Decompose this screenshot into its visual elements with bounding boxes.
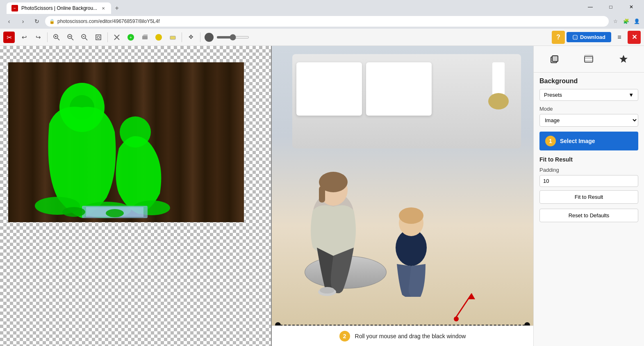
cancel-selection-button[interactable] (111, 31, 123, 43)
sidebar-copy-icon-button[interactable] (546, 51, 562, 67)
left-canvas (0, 46, 271, 346)
padding-input[interactable] (539, 175, 638, 187)
presets-chevron-icon: ▼ (628, 92, 634, 98)
instruction-text: Roll your mouse and drag the black windo… (355, 333, 466, 339)
svg-line-5 (57, 38, 59, 40)
green-figure-svg (25, 66, 180, 222)
forward-button[interactable]: › (17, 16, 29, 27)
edited-image (8, 62, 244, 222)
svg-rect-51 (585, 57, 593, 62)
fit-result-btn-label: Fit to Result (575, 194, 603, 200)
bookmark-button[interactable]: ☆ (611, 17, 619, 25)
app-logo: ✂ (3, 32, 15, 43)
svg-text:✥: ✥ (189, 34, 193, 40)
mode-label: Mode (539, 106, 638, 112)
svg-point-48 (454, 316, 459, 321)
svg-line-12 (85, 38, 87, 40)
mark-foreground-button[interactable]: + (125, 31, 137, 43)
instruction-bar: 2 Roll your mouse and drag the black win… (272, 326, 533, 346)
undo-button[interactable]: ↩ (18, 31, 30, 43)
svg-text:✂: ✂ (7, 34, 12, 41)
svg-rect-23 (170, 36, 175, 39)
zoom-fit-button[interactable] (92, 31, 105, 43)
close-button[interactable]: ✕ (622, 1, 641, 13)
select-image-label: Select Image (560, 138, 595, 144)
tab-close-button[interactable]: ✕ (100, 5, 106, 11)
browser-tab[interactable]: ✂ PhotoScissors | Online Backgrou... ✕ (7, 2, 111, 14)
extensions-button[interactable]: 🧩 (622, 17, 630, 25)
fit-result-button[interactable]: Fit to Result (539, 190, 638, 204)
mode-select[interactable]: None Color Image Blur (539, 114, 638, 127)
svg-line-46 (455, 294, 472, 318)
toolbar-separator-2 (107, 32, 108, 42)
fit-section: Fit to Result Padding Fit to Result (534, 156, 644, 209)
sidebar-layers-icon-button[interactable] (580, 51, 597, 67)
download-label: Download (580, 34, 605, 40)
svg-text:+: + (130, 35, 132, 40)
svg-marker-21 (142, 34, 148, 36)
svg-point-42 (320, 287, 335, 294)
refresh-button[interactable]: ↻ (31, 16, 43, 27)
menu-button[interactable]: ≡ (613, 31, 626, 44)
svg-text:✂: ✂ (14, 7, 16, 10)
erase-button[interactable] (139, 31, 151, 43)
profile-button[interactable]: 👤 (633, 17, 641, 25)
svg-line-9 (71, 38, 73, 40)
svg-rect-20 (142, 36, 148, 39)
padding-label: Padding (539, 167, 638, 173)
presets-label: Presets (544, 92, 562, 98)
maximize-button[interactable]: □ (601, 1, 620, 13)
erase2-button[interactable] (166, 31, 179, 43)
step-2-circle: 2 (339, 331, 350, 341)
url-text: photoscissors.com/editor/496768597/8iloY… (57, 18, 605, 24)
address-bar[interactable]: 🔒 photoscissors.com/editor/496768597/8il… (45, 16, 609, 27)
select-image-button[interactable]: 1 Select Image (539, 132, 638, 150)
toolbar-separator-4 (200, 32, 200, 42)
step-1-circle: 1 (545, 136, 556, 146)
brush-size-indicator (203, 32, 215, 43)
download-button[interactable]: ↓ Download (567, 32, 611, 42)
security-lock-icon: 🔒 (49, 19, 55, 24)
back-button[interactable]: ‹ (3, 16, 15, 27)
svg-point-45 (399, 207, 423, 224)
svg-point-22 (155, 34, 162, 41)
move-button[interactable]: ✥ (185, 31, 197, 43)
minimize-button[interactable]: — (581, 1, 600, 13)
svg-point-15 (97, 36, 100, 39)
svg-rect-50 (552, 56, 558, 61)
sidebar: Background Presets ▼ Mode None Color Ima… (533, 46, 644, 346)
opacity-slider[interactable] (216, 36, 249, 39)
svg-marker-54 (619, 55, 628, 63)
background-title: Background (539, 77, 638, 85)
svg-rect-40 (319, 186, 325, 203)
svg-rect-14 (96, 35, 101, 40)
svg-text:↓: ↓ (574, 35, 576, 39)
zoom-reset-button[interactable] (78, 31, 91, 43)
tab-title: PhotoScissors | Online Backgrou... (21, 5, 97, 11)
close-app-button[interactable]: ✕ (628, 31, 641, 44)
zoom-out-button[interactable] (64, 31, 77, 43)
fit-section-title: Fit to Result (539, 156, 638, 163)
toolbar-separator-1 (47, 32, 48, 42)
mark-foreground2-button[interactable] (152, 31, 165, 43)
presets-button[interactable]: Presets ▼ (539, 89, 638, 101)
zoom-in-button[interactable] (50, 31, 63, 43)
sidebar-icon-row (534, 46, 644, 73)
svg-point-35 (62, 207, 85, 217)
reset-defaults-button[interactable]: Reset to Defaults (539, 209, 638, 222)
mode-section: Mode None Color Image Blur (534, 106, 644, 132)
background-section: Background Presets ▼ (534, 73, 644, 106)
new-tab-button[interactable]: + (111, 2, 123, 14)
right-preview: 2 Roll your mouse and drag the black win… (271, 46, 533, 346)
annotation-arrow (447, 285, 480, 323)
svg-point-36 (106, 209, 124, 217)
app-toolbar: ✂ ↩ ↪ + ✥ ? ↓ Dow (0, 29, 644, 46)
reset-btn-label: Reset to Defaults (569, 212, 610, 219)
redo-button[interactable]: ↪ (32, 31, 44, 43)
tab-favicon: ✂ (11, 5, 18, 11)
help-button[interactable]: ? (552, 31, 565, 44)
sidebar-star-icon-button[interactable] (615, 51, 632, 67)
toolbar-separator-3 (182, 32, 182, 42)
